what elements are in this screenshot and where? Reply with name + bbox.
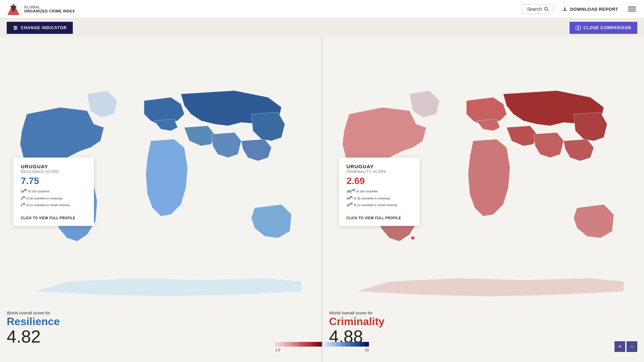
left-world-score-label: World overall score for (7, 310, 60, 315)
svg-rect-10 (576, 26, 578, 30)
sliders-icon (13, 25, 18, 31)
header-right: Search DOWNLOAD REPORT (522, 4, 637, 14)
header: GLOBAL ORGANIZED CRIME INDEX Search DOWN… (0, 0, 644, 18)
left-bottom-info: World overall score for Resilience 4.82 (7, 310, 60, 345)
close-comparison-button[interactable]: CLOSE COMPARISON (570, 22, 637, 34)
right-info-card: URUGUAY CRIMINALITY SCORE 2.69 182nd of … (339, 158, 420, 226)
change-indicator-label: CHANGE INDICATOR (21, 25, 67, 30)
right-card-type: CRIMINALITY SCORE (346, 170, 412, 174)
left-rank-2: 1st of 35 countries in Americas (21, 195, 87, 202)
menu-button[interactable] (627, 5, 637, 13)
left-card-country: URUGUAY (21, 164, 87, 169)
scale-labels: 1.0 10 (275, 348, 369, 352)
left-info-card: URUGUAY RESILIENCE SCORE 7.75 10th of 19… (13, 158, 94, 226)
right-world-score-title: Criminality (329, 315, 384, 328)
left-map-panel: URUGUAY RESILIENCE SCORE 7.75 10th of 19… (0, 37, 322, 362)
right-rank-3: 12th of 12 countries in South America (346, 202, 412, 208)
scale-bar (275, 342, 369, 347)
svg-point-7 (14, 26, 15, 27)
right-card-link[interactable]: CLICK TO VIEW FULL PROFILE (346, 213, 412, 220)
zoom-in-button[interactable]: + (614, 341, 625, 352)
zoom-out-button[interactable]: − (627, 341, 637, 352)
svg-line-3 (547, 10, 548, 11)
logo-icon (7, 2, 20, 16)
svg-point-8 (15, 27, 17, 28)
logo-global: GLOBAL (24, 5, 75, 9)
svg-point-2 (544, 7, 547, 10)
search-button[interactable]: Search (522, 4, 553, 14)
logo-area: GLOBAL ORGANIZED CRIME INDEX (7, 2, 75, 16)
search-icon (544, 7, 549, 11)
menu-icon (628, 9, 636, 9)
menu-icon (628, 11, 636, 11)
close-comparison-label: CLOSE COMPARISON (584, 25, 631, 30)
close-comparison-icon (576, 25, 581, 31)
zoom-controls: + − (614, 341, 637, 352)
menu-icon (628, 7, 636, 7)
scale-min-label: 1.0 (275, 348, 280, 352)
maps-container: URUGUAY RESILIENCE SCORE 7.75 10th of 19… (0, 37, 644, 362)
right-card-country: URUGUAY (346, 164, 412, 169)
toolbar: CHANGE INDICATOR CLOSE COMPARISON (0, 18, 644, 37)
svg-point-9 (14, 28, 16, 30)
right-rank-1: 182nd of 193 countries (346, 188, 412, 195)
change-indicator-button[interactable]: CHANGE INDICATOR (7, 22, 73, 34)
logo-subtitle: ORGANIZED CRIME INDEX (24, 9, 75, 13)
download-icon (562, 6, 568, 12)
right-world-score-label: World overall score for (329, 310, 384, 315)
right-bottom-info: World overall score for Criminality 4.88 (329, 310, 384, 345)
left-world-score-title: Resilience (7, 315, 60, 328)
left-rank-3: 1st of 12 countries in South America (21, 202, 87, 208)
color-scale: 1.0 10 (275, 342, 369, 352)
left-card-link[interactable]: CLICK TO VIEW FULL PROFILE (21, 213, 87, 220)
search-label: Search (527, 6, 542, 12)
download-label: DOWNLOAD REPORT (570, 7, 618, 12)
svg-point-12 (411, 236, 415, 240)
scale-max-label: 10 (365, 348, 369, 352)
left-card-type: RESILIENCE SCORE (21, 170, 87, 174)
logo-text: GLOBAL ORGANIZED CRIME INDEX (24, 5, 75, 13)
left-world-score-num: 4.82 (7, 328, 60, 345)
svg-rect-11 (579, 26, 581, 30)
left-card-score: 7.75 (21, 176, 87, 186)
right-rank-2: 34th of 35 countries in Americas (346, 195, 412, 202)
right-card-score: 2.69 (346, 176, 412, 186)
right-map-panel: URUGUAY CRIMINALITY SCORE 2.69 182nd of … (322, 37, 644, 362)
left-rank-1: 10th of 193 countries (21, 188, 87, 195)
download-button[interactable]: DOWNLOAD REPORT (562, 6, 618, 12)
